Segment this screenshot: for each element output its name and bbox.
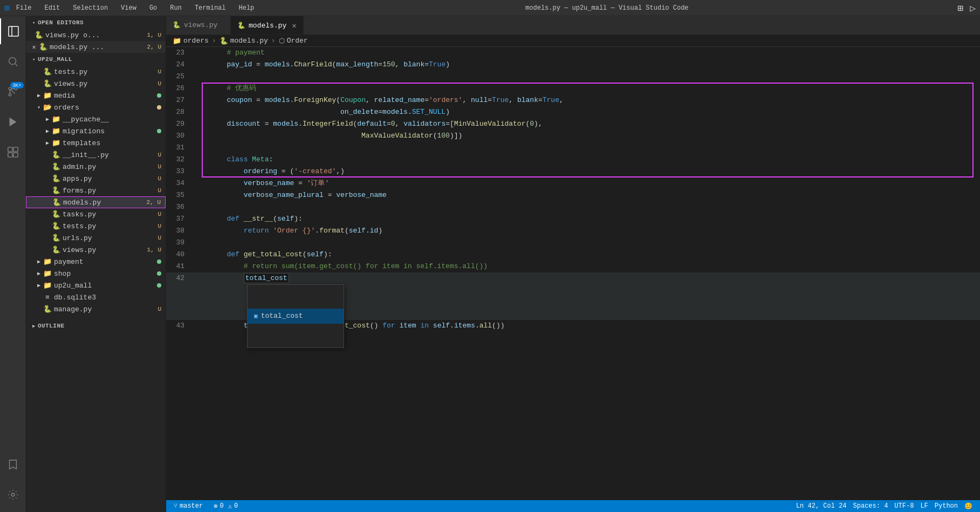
breadcrumb-file[interactable]: models.py	[230, 37, 268, 45]
lc-27[interactable]: coupon = models.ForeignKey(Coupon, relat…	[193, 94, 980, 106]
breadcrumb-file-icon: 🐍	[220, 37, 228, 45]
menu-help[interactable]: Help	[237, 4, 257, 12]
menu-file[interactable]: File	[14, 4, 34, 12]
tree-forms[interactable]: 🐍 forms.py U	[26, 185, 166, 196]
tree-pycache[interactable]: ▶ 📁 __pycache__	[26, 113, 166, 125]
status-encoding[interactable]: UTF-8	[891, 502, 917, 510]
file-icon-init: 🐍	[52, 151, 60, 159]
tree-admin[interactable]: 🐍 admin.py U	[26, 161, 166, 173]
file-icon-admin: 🐍	[52, 162, 60, 171]
run-icon[interactable]: ▷	[970, 2, 976, 14]
activity-source-control[interactable]: 3K+	[0, 79, 26, 105]
badge-manage: U	[157, 306, 166, 312]
file-icon-apps: 🐍	[52, 174, 60, 183]
activity-run-debug[interactable]	[0, 109, 26, 135]
status-line-ending[interactable]: LF	[917, 502, 931, 510]
tree-manage[interactable]: 🐍 manage.py U	[26, 303, 166, 315]
lc-25[interactable]	[193, 71, 980, 83]
status-spaces[interactable]: Spaces: 4	[850, 502, 892, 510]
open-editor-views[interactable]: 🐍 views.py o... 1, U	[26, 29, 166, 41]
tree-migrations[interactable]: ▶ 📁 migrations	[26, 125, 166, 137]
tree-init[interactable]: 🐍 __init__.py U	[26, 149, 166, 161]
lc-41[interactable]: # return sum(item.get_cost() for item in…	[193, 261, 980, 272]
status-feedback[interactable]: 😊	[961, 502, 976, 510]
activity-bookmarks[interactable]	[0, 452, 26, 477]
tab-models[interactable]: 🐍 models.py ✕	[231, 16, 304, 35]
code-editor[interactable]: 23 # payment 24 pay_id = models.CharFiel…	[166, 47, 980, 500]
tree-urls[interactable]: 🐍 urls.py U	[26, 232, 166, 244]
lc-23[interactable]: # payment	[193, 47, 980, 59]
lc-30[interactable]: MaxValueValidator(100)])	[193, 130, 980, 142]
media-dot	[157, 93, 161, 98]
code-line-33: 33 ordering = ('-created',)	[166, 166, 980, 178]
open-editors-header[interactable]: ▾ OPEN EDITORS	[26, 16, 166, 29]
tab-models-icon: 🐍	[237, 22, 245, 30]
ln-25: 25	[166, 71, 193, 83]
code-line-25: 25	[166, 71, 980, 83]
tree-tests-root[interactable]: 🐍 tests.py U	[26, 66, 166, 78]
outline-header[interactable]: ▶ OUTLINE	[26, 319, 166, 332]
autocomplete-item-total-cost[interactable]: ▣ total_cost	[248, 309, 344, 324]
tree-up2u-mall[interactable]: ▶ 📁 up2u_mall	[26, 279, 166, 291]
menu-go[interactable]: Go	[147, 4, 159, 12]
menu-view[interactable]: View	[119, 4, 139, 12]
file-name-admin: admin.py	[63, 163, 157, 171]
menu-run[interactable]: Run	[168, 4, 184, 12]
tree-payment[interactable]: ▶ 📁 payment	[26, 256, 166, 268]
status-errors[interactable]: ⊗ 0 ⚠ 0	[210, 500, 241, 512]
tree-templates[interactable]: ▶ 📁 templates	[26, 137, 166, 149]
code-line-31: 31	[166, 142, 980, 154]
status-branch[interactable]: ⑂ master	[170, 500, 206, 512]
lc-42[interactable]: total_cost ▣ total_cost	[193, 272, 980, 320]
breadcrumb-class[interactable]: Order	[287, 37, 308, 45]
tree-views-orders[interactable]: 🐍 views.py 1, U	[26, 244, 166, 256]
activity-settings[interactable]	[0, 482, 26, 508]
lc-39[interactable]	[193, 237, 980, 249]
tree-orders[interactable]: ▾ 📂 orders	[26, 101, 166, 113]
tree-tasks[interactable]: 🐍 tasks.py U	[26, 208, 166, 220]
lc-38[interactable]: return 'Order {}'.format(self.id)	[193, 225, 980, 237]
activity-explorer[interactable]	[0, 18, 26, 44]
lc-31[interactable]	[193, 142, 980, 154]
lc-36[interactable]	[193, 201, 980, 213]
tree-tests[interactable]: 🐍 tests.py U	[26, 220, 166, 232]
tab-models-close[interactable]: ✕	[292, 21, 296, 30]
lc-34[interactable]: verbose_name = '订单'	[193, 178, 980, 189]
open-editor-models-badge: 2, U	[147, 44, 166, 50]
tree-shop[interactable]: ▶ 📁 shop	[26, 268, 166, 279]
lc-32[interactable]: class Meta:	[193, 154, 980, 166]
lc-40[interactable]: def get_total_cost(self):	[193, 249, 980, 261]
activity-extensions[interactable]	[0, 139, 26, 165]
ln-38: 38	[166, 225, 193, 237]
lc-35[interactable]: verbose_name_plural = verbose_name	[193, 189, 980, 201]
status-language[interactable]: Python	[931, 502, 961, 510]
menu-selection[interactable]: Selection	[71, 4, 110, 12]
lc-29[interactable]: discount = models.IntegerField(default=0…	[193, 118, 980, 130]
file-name-pycache: __pycache__	[63, 115, 166, 124]
close-icon[interactable]: ✕	[30, 43, 38, 51]
breadcrumb-folder[interactable]: orders	[183, 37, 209, 45]
status-line-col[interactable]: Ln 42, Col 24	[793, 502, 850, 510]
autocomplete-popup[interactable]: ▣ total_cost	[247, 284, 344, 348]
lc-28[interactable]: on_delete=models.SET_NULL)	[193, 106, 980, 118]
lc-33[interactable]: ordering = ('-created',)	[193, 166, 980, 178]
lc-37[interactable]: def __str__(self):	[193, 213, 980, 225]
lc-24[interactable]: pay_id = models.CharField(max_length=150…	[193, 59, 980, 71]
feedback-icon: 😊	[964, 502, 972, 510]
open-editor-models[interactable]: ✕ 🐍 models.py ... 2, U	[26, 41, 166, 53]
badge-urls: U	[157, 235, 166, 241]
file-icon-views-root: 🐍	[43, 79, 52, 88]
tree-views-root[interactable]: 🐍 views.py U	[26, 78, 166, 90]
tab-views[interactable]: 🐍 views.py	[166, 16, 231, 35]
lc-26[interactable]: # 优惠码	[193, 83, 980, 94]
tree-media[interactable]: ▶ 📁 media	[26, 90, 166, 101]
tree-db-sqlite[interactable]: ≡ db.sqlite3	[26, 291, 166, 303]
activity-search[interactable]	[0, 49, 26, 74]
ln-29: 29	[166, 118, 193, 130]
menu-terminal[interactable]: Terminal	[193, 4, 228, 12]
tree-apps[interactable]: 🐍 apps.py U	[26, 173, 166, 185]
project-header[interactable]: ▾ UP2U_MALL	[26, 53, 166, 66]
menu-edit[interactable]: Edit	[42, 4, 62, 12]
remote-icon[interactable]: ⊞	[957, 2, 963, 14]
tree-models[interactable]: 🐍 models.py 2, U	[26, 196, 166, 208]
